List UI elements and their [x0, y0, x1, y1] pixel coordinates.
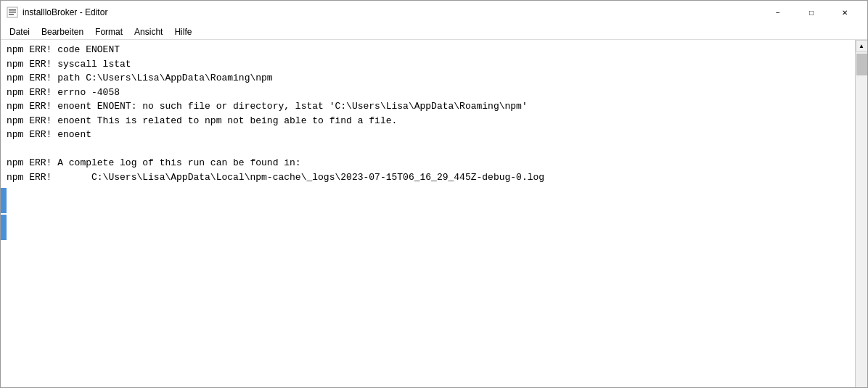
svg-rect-3 [9, 14, 14, 15]
main-window: installloBroker - Editor − □ ✕ Datei Bea… [0, 0, 868, 388]
menu-hilfe[interactable]: Hilfe [168, 24, 197, 40]
window-controls: − □ ✕ [761, 1, 861, 24]
svg-rect-1 [9, 9, 16, 11]
minimize-button[interactable]: − [761, 1, 795, 24]
app-icon [7, 7, 18, 18]
svg-rect-2 [9, 12, 16, 13]
menu-format[interactable]: Format [89, 24, 128, 40]
scroll-thumb[interactable] [856, 54, 867, 75]
content-area: npm ERR! code ENOENT npm ERR! syscall ls… [1, 40, 867, 387]
menu-ansicht[interactable]: Ansicht [128, 24, 168, 40]
menu-bar: Datei Bearbeiten Format Ansicht Hilfe [1, 24, 867, 40]
text-editor[interactable]: npm ERR! code ENOENT npm ERR! syscall ls… [1, 40, 855, 387]
window-title: installloBroker - Editor [22, 7, 761, 17]
side-panel [1, 188, 7, 240]
menu-bearbeiten[interactable]: Bearbeiten [36, 24, 89, 40]
maximize-button[interactable]: □ [795, 1, 828, 24]
scroll-up-arrow[interactable]: ▲ [856, 40, 868, 52]
close-button[interactable]: ✕ [828, 1, 861, 24]
vertical-scrollbar[interactable]: ▲ [855, 40, 867, 387]
title-bar: installloBroker - Editor − □ ✕ [1, 1, 867, 24]
side-btn-2[interactable] [1, 215, 7, 240]
side-btn-1[interactable] [1, 188, 7, 213]
menu-datei[interactable]: Datei [4, 24, 36, 40]
